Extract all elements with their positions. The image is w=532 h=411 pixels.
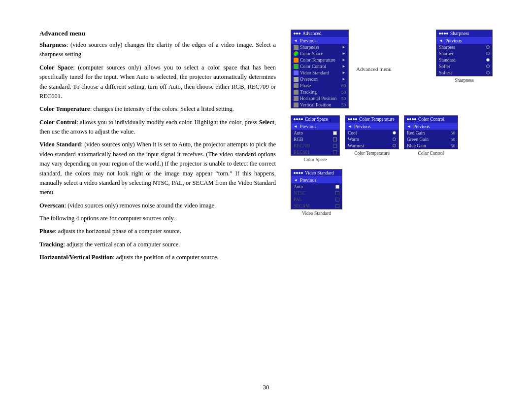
- cs-item-rgb: RGB: [291, 136, 339, 142]
- cc-redgain-label: Red Gain: [407, 131, 425, 136]
- cs-item-rec601: REC601: [291, 149, 339, 155]
- dot2: [296, 33, 298, 34]
- colortemp-icon: [294, 58, 299, 63]
- vs-secam-check: [335, 204, 339, 208]
- videostandard-title-text: Video Standard: [305, 171, 334, 175]
- cc-item-redgain: Red Gain 50: [404, 130, 458, 136]
- adv-item-vpos: Vertical Position 50: [291, 102, 348, 108]
- vs-item-auto: Auto: [291, 183, 342, 190]
- colortemp-menu-box: Color Temperature ◄ Previous Cool Warm: [345, 115, 399, 149]
- adv-item-sharpness: Sharpness ►: [291, 44, 348, 50]
- adv-overscan-label: Overscan: [300, 77, 318, 82]
- cs-prev-arrow: ◄: [294, 124, 298, 129]
- cc-prev-label: Previous: [413, 124, 430, 129]
- vsdot2: [296, 172, 298, 174]
- sdot3: [444, 33, 446, 34]
- sharp-item-standard: Standard: [436, 57, 492, 63]
- sharpness-menu-dots: [439, 33, 448, 34]
- sharpness-menu-box: Sharpness ◄ Previous Sharpest Sharper: [436, 30, 493, 76]
- cs-prev-label: Previous: [300, 124, 316, 129]
- videostandard-icon: [294, 70, 299, 75]
- cs-auto-check: [333, 131, 337, 135]
- vs-ntsc-check: [335, 191, 339, 195]
- cs-rec709-label: REC709: [294, 143, 310, 148]
- csdot2: [296, 118, 298, 120]
- sharpness-para: Sharpness: (video sources only) changes …: [39, 40, 276, 60]
- cs-rec601-check: [333, 150, 337, 154]
- hvposition-para: Horizontal/Vertical Position: adjusts th…: [39, 253, 276, 262]
- adv-item-previous: ◄ Previous: [291, 37, 348, 44]
- section-title: Advanced menu: [39, 30, 276, 37]
- adv-videostandard-label: Video Standard: [300, 70, 329, 75]
- ct-cool-radio: [393, 131, 396, 135]
- cs-item-rec709: REC709: [291, 142, 339, 149]
- vs-secam-label: SECAM: [294, 204, 310, 208]
- sharp-item-sharper: Sharper: [436, 50, 492, 57]
- advanced-title-text: Advanced: [302, 31, 322, 36]
- sharp-softer-label: Softer: [439, 64, 450, 69]
- vsdot1: [294, 172, 296, 174]
- adv-phase-value: 60: [341, 83, 346, 88]
- adv-item-colortemp: Color Temperature ►: [291, 57, 348, 63]
- overscan-para: Overscan: (video sources only) removes n…: [39, 201, 276, 210]
- menu-dots: [294, 33, 300, 34]
- advanced-menu-box: Advanced ◄ Previous Sharpness ► Color Sp…: [291, 30, 349, 108]
- sharp-sharpest-label: Sharpest: [439, 45, 455, 50]
- dot1: [294, 33, 296, 34]
- cs-auto-label: Auto: [294, 131, 303, 136]
- ct-prev-label: Previous: [354, 124, 370, 129]
- tracking-para: Tracking: adjusts the vertical scan of a…: [39, 240, 276, 249]
- cc-redgain-value: 50: [451, 131, 455, 136]
- vs-pal-check: [335, 198, 339, 202]
- menu-row-2: Color Space ◄ Previous Auto RGB: [291, 115, 493, 162]
- vs-prev-arrow: ◄: [294, 178, 298, 182]
- adv-item-hpos: Horizontal Position 50: [291, 95, 348, 102]
- sdot1: [439, 33, 441, 34]
- videostandard-menu-box: Video Standard ◄ Previous Auto NTSC: [291, 169, 342, 209]
- colortemp-menu-title: Color Temperature: [345, 116, 399, 123]
- ccdot1: [407, 118, 409, 120]
- videostandard-menu-container: Video Standard ◄ Previous Auto NTSC: [291, 169, 342, 216]
- adv-item-overscan: Overscan ►: [291, 76, 348, 82]
- sharp-prev-label: Previous: [445, 38, 462, 43]
- cs-rgb-label: RGB: [294, 137, 303, 142]
- advanced-menu-label: Advanced menu: [356, 66, 392, 72]
- following-para: The following 4 options are for computer…: [39, 214, 276, 223]
- sharp-standard-label: Standard: [439, 58, 456, 63]
- ct-dots: [348, 118, 357, 120]
- cs-dots: [294, 118, 303, 120]
- cc-item-previous: ◄ Previous: [404, 123, 458, 130]
- csdot4: [301, 118, 303, 120]
- color-temp-para: Color Temperature: changes the intensity…: [39, 104, 276, 114]
- ctdot4: [355, 118, 357, 120]
- ct-cool-label: Cool: [348, 131, 357, 136]
- adv-colortemp-arrow: ►: [342, 58, 346, 62]
- ct-prev-arrow: ◄: [348, 124, 352, 129]
- ct-item-warm: Warm: [345, 136, 399, 142]
- sharp-item-softest: Softest: [436, 69, 492, 76]
- cs-item-auto: Auto: [291, 130, 339, 136]
- videostandard-label: Video Standard: [302, 211, 331, 216]
- adv-hpos-value: 50: [341, 96, 346, 101]
- colortemp-menu-container: Color Temperature ◄ Previous Cool Warm: [345, 115, 399, 156]
- sharp-sharpest-radio: [486, 45, 490, 49]
- cc-dots: [407, 118, 416, 120]
- advanced-menu-container: Advanced ◄ Previous Sharpness ► Color Sp…: [291, 30, 349, 108]
- cs-rec709-check: [333, 144, 337, 148]
- ct-warmest-radio: [393, 144, 396, 147]
- page: Advanced menu Sharpness: (video sources …: [0, 0, 532, 411]
- vsdot3: [299, 172, 300, 174]
- cs-rgb-check: [333, 137, 337, 141]
- ctdot3: [353, 118, 355, 120]
- adv-item-colorspace: Color Space ►: [291, 50, 348, 57]
- sharp-sharper-radio: [486, 52, 490, 55]
- vs-item-previous: ◄ Previous: [291, 177, 342, 183]
- adv-phase-label: Phase: [300, 83, 311, 88]
- cc-item-bluegain: Blue Gain 50: [404, 142, 458, 149]
- sdot4: [446, 33, 448, 34]
- sharp-item-previous: ◄ Previous: [436, 37, 492, 44]
- adv-vpos-value: 50: [341, 103, 346, 107]
- phase-icon: [294, 83, 299, 88]
- ct-item-previous: ◄ Previous: [345, 123, 399, 130]
- adv-colorcontrol-label: Color Control: [300, 64, 326, 69]
